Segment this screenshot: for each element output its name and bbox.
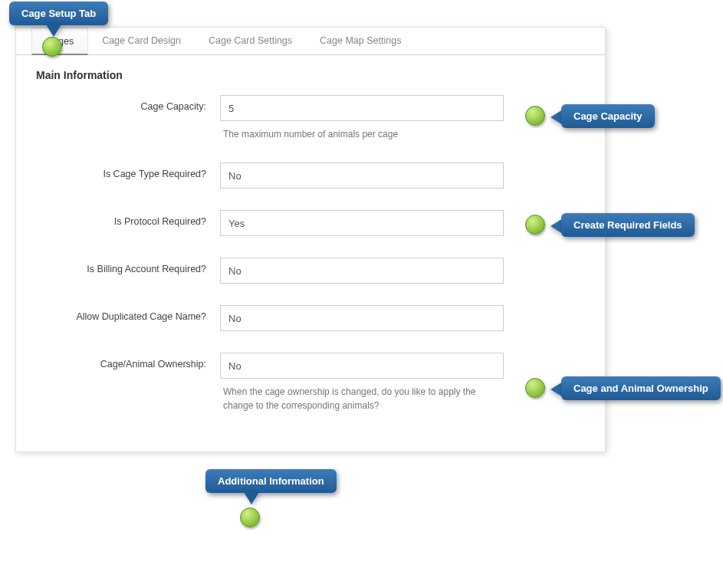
callout-ownership: Cage and Animal Ownership: [561, 376, 721, 400]
callout-tail-cage-setup-tab: [46, 25, 61, 37]
callout-cage-capacity: Cage Capacity: [561, 104, 655, 128]
help-cage-capacity: The maximum number of animals per cage: [220, 121, 504, 141]
marker-ownership: [525, 378, 545, 398]
row-allow-dup-name: Allow Duplicated Cage Name?: [16, 305, 605, 331]
marker-cage-capacity: [525, 106, 545, 126]
help-ownership: When the cage ownership is changed, do y…: [220, 379, 504, 412]
tab-cage-card-settings[interactable]: Cage Card Settings: [195, 28, 306, 54]
callout-additional-info: Additional Information: [205, 469, 337, 493]
label-cage-capacity: Cage Capacity:: [36, 95, 220, 112]
marker-required-fields: [525, 215, 545, 235]
input-allow-dup-name[interactable]: [220, 305, 504, 331]
row-protocol-required: Is Protocol Required?: [16, 210, 605, 236]
tab-cage-card-design[interactable]: Cage Card Design: [88, 28, 195, 54]
input-protocol-required[interactable]: [220, 210, 504, 236]
row-ownership: Cage/Animal Ownership: When the cage own…: [16, 353, 605, 412]
input-cage-type-required[interactable]: [220, 163, 504, 189]
tab-cage-map-settings[interactable]: Cage Map Settings: [306, 28, 415, 54]
label-cage-type-required: Is Cage Type Required?: [36, 163, 220, 179]
callout-cage-setup-tab: Cage Setup Tab: [9, 2, 108, 25]
input-ownership[interactable]: [220, 353, 504, 379]
input-cage-capacity[interactable]: [220, 95, 504, 121]
label-billing-required: Is Billing Account Required?: [36, 258, 220, 274]
marker-additional-info: [240, 508, 260, 527]
cage-setup-panel: Cages Cage Card Design Cage Card Setting…: [15, 27, 606, 452]
callout-tail-additional-info: [244, 492, 259, 504]
label-ownership: Cage/Animal Ownership:: [36, 353, 220, 370]
tab-bar: Cages Cage Card Design Cage Card Setting…: [16, 28, 605, 55]
label-allow-dup-name: Allow Duplicated Cage Name?: [36, 305, 220, 322]
marker-cage-setup-tab: [42, 37, 62, 57]
callout-required-fields: Create Required Fields: [561, 213, 695, 237]
section-title-main-info: Main Information: [16, 55, 605, 95]
row-cage-capacity: Cage Capacity: The maximum number of ani…: [16, 95, 605, 141]
label-protocol-required: Is Protocol Required?: [36, 210, 220, 227]
row-cage-type-required: Is Cage Type Required?: [16, 163, 605, 189]
row-billing-required: Is Billing Account Required?: [16, 258, 605, 284]
input-billing-required[interactable]: [220, 258, 504, 284]
